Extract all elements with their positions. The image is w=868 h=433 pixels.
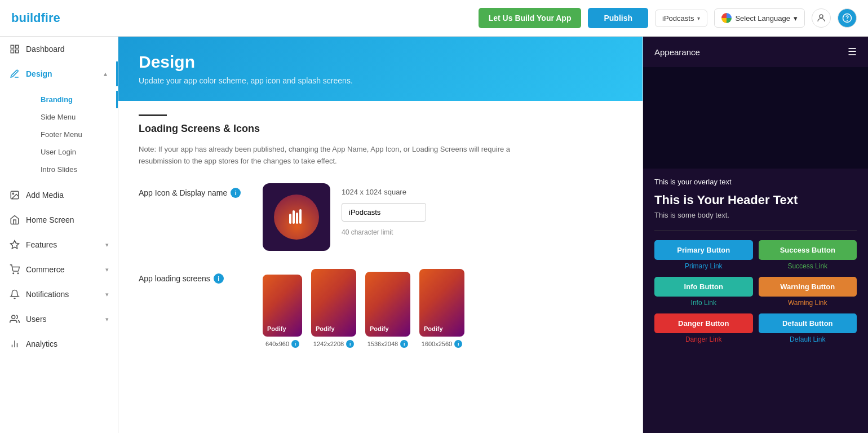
default-link[interactable]: Default Link — [759, 335, 857, 343]
section-divider — [139, 114, 167, 116]
bell-icon — [9, 289, 20, 300]
appearance-preview-area — [643, 67, 868, 169]
success-button[interactable]: Success Button — [759, 240, 857, 260]
podify-label-1242: Podify — [316, 325, 335, 332]
chevron-down-icon: ▾ — [105, 316, 109, 323]
app-name-label: iPodcasts — [662, 14, 694, 23]
info-icon-640[interactable]: i — [291, 340, 299, 348]
header-actions: Let Us Build Your App Publish iPodcasts … — [479, 8, 857, 28]
sidebar-item-add-media[interactable]: Add Media — [0, 183, 118, 207]
user-account-button[interactable] — [812, 8, 831, 28]
logo: buildfire — [11, 11, 60, 25]
char-limit: 40 character limit — [342, 228, 426, 236]
sidebar-item-home-screen[interactable]: Home Screen — [0, 207, 118, 232]
svg-rect-4 — [16, 45, 19, 48]
app-icon-row: App Icon & Display name i — [139, 183, 622, 251]
warning-link[interactable]: Warning Link — [759, 299, 857, 307]
info-icon[interactable]: i — [231, 188, 241, 198]
sidebar-sub-user-login[interactable]: User Login — [20, 143, 118, 161]
user-icon — [816, 13, 826, 23]
sidebar-sub-side-menu[interactable]: Side Menu — [20, 108, 118, 126]
publish-button[interactable]: Publish — [588, 8, 648, 28]
users-icon — [9, 313, 20, 325]
screen-dim-640: 640x960 i — [265, 340, 299, 348]
sidebar-item-features[interactable]: Features ▾ — [0, 232, 118, 257]
sidebar-label-notifications: Notifications — [26, 290, 69, 299]
app-icon-inner — [274, 195, 319, 240]
sidebar-item-users[interactable]: Users ▾ — [0, 307, 118, 332]
podify-label-1536: Podify — [370, 325, 389, 332]
content-area: Loading Screens & Icons Note: If your ap… — [118, 101, 643, 433]
app-header: buildfire Let Us Build Your App Publish … — [0, 0, 868, 37]
hamburger-icon[interactable]: ☰ — [848, 46, 857, 58]
default-button[interactable]: Default Button — [759, 313, 857, 333]
screen-preview-640[interactable]: Podify — [263, 275, 302, 337]
info-icon-1600[interactable]: i — [454, 340, 462, 348]
logo-fire: fire — [41, 11, 60, 25]
info-button[interactable]: Info Button — [654, 277, 753, 297]
app-name-input[interactable] — [342, 203, 426, 222]
screen-preview-1242[interactable]: Podify — [311, 269, 356, 337]
app-name-dropdown[interactable]: iPodcasts ▾ — [655, 10, 707, 27]
help-button[interactable] — [838, 8, 857, 28]
appearance-header: Appearance ☰ — [643, 37, 868, 67]
appearance-panel: Appearance ☰ This is your overlay text T… — [643, 37, 868, 433]
screen-thumb-1600: Podify 1600x2560 i — [419, 269, 464, 348]
language-label: Select Language — [735, 14, 790, 23]
svg-rect-16 — [289, 214, 291, 224]
screen-preview-1536[interactable]: Podify — [365, 272, 410, 337]
screen-thumb-1242: Podify 1242x2208 i — [311, 269, 356, 348]
svg-point-12 — [12, 315, 15, 319]
primary-button[interactable]: Primary Button — [654, 240, 753, 260]
appearance-body-text: This is some body text. — [654, 211, 857, 219]
build-app-button[interactable]: Let Us Build Your App — [479, 8, 582, 28]
sidebar-item-notifications[interactable]: Notifications ▾ — [0, 282, 118, 307]
sidebar-item-design[interactable]: Design ▴ — [0, 61, 118, 86]
button-row-3: Danger Button Default Button — [654, 313, 857, 333]
link-row-1: Primary Link Success Link — [654, 262, 857, 270]
link-row-3: Danger Link Default Link — [654, 335, 857, 343]
svg-point-8 — [12, 193, 14, 194]
loading-screens-previews: Podify 640x960 i Podify — [263, 269, 464, 348]
danger-button[interactable]: Danger Button — [654, 313, 753, 333]
star-icon — [9, 239, 20, 250]
svg-point-11 — [17, 273, 19, 274]
banner-subtitle: Update your app color scheme, app icon a… — [139, 76, 622, 85]
primary-link[interactable]: Primary Link — [654, 262, 753, 270]
sidebar-sub-branding[interactable]: Branding — [20, 91, 118, 108]
svg-marker-9 — [11, 241, 19, 249]
svg-point-10 — [13, 273, 14, 274]
sidebar-label-home-screen: Home Screen — [26, 215, 74, 224]
info-icon-screens[interactable]: i — [214, 273, 224, 284]
success-link[interactable]: Success Link — [759, 262, 857, 270]
sidebar-item-commerce[interactable]: Commerce ▾ — [0, 257, 118, 282]
language-selector[interactable]: Select Language ▾ — [714, 8, 805, 28]
podcast-icon — [285, 206, 308, 228]
sidebar-label-features: Features — [26, 240, 57, 249]
cart-icon — [9, 264, 20, 275]
podify-label-1600: Podify — [424, 325, 443, 332]
note-text: Note: If your app has already been publi… — [139, 144, 533, 167]
chevron-up-icon: ▴ — [104, 70, 107, 78]
svg-rect-6 — [16, 50, 19, 53]
info-link[interactable]: Info Link — [654, 299, 753, 307]
info-icon-1536[interactable]: i — [400, 340, 408, 348]
warning-button[interactable]: Warning Button — [759, 277, 857, 297]
sidebar-sub-footer-menu[interactable]: Footer Menu — [20, 126, 118, 143]
app-icon-preview[interactable] — [263, 183, 330, 251]
logo-build: build — [11, 11, 41, 25]
app-icon-label: App Icon & Display name i — [139, 188, 251, 198]
sidebar-item-analytics[interactable]: Analytics — [0, 332, 118, 356]
sidebar-item-dashboard[interactable]: Dashboard — [0, 37, 118, 61]
sidebar-sub-intro-slides[interactable]: Intro Slides — [20, 161, 118, 178]
sidebar-label-commerce: Commerce — [26, 265, 64, 274]
pen-icon — [9, 68, 20, 79]
screen-preview-1600[interactable]: Podify — [419, 269, 464, 337]
danger-link[interactable]: Danger Link — [654, 335, 753, 343]
home-icon — [9, 214, 20, 226]
sidebar-label-users: Users — [26, 315, 47, 324]
svg-rect-18 — [296, 213, 298, 224]
svg-point-0 — [820, 15, 823, 18]
info-icon-1242[interactable]: i — [346, 340, 354, 348]
question-icon — [842, 13, 852, 23]
